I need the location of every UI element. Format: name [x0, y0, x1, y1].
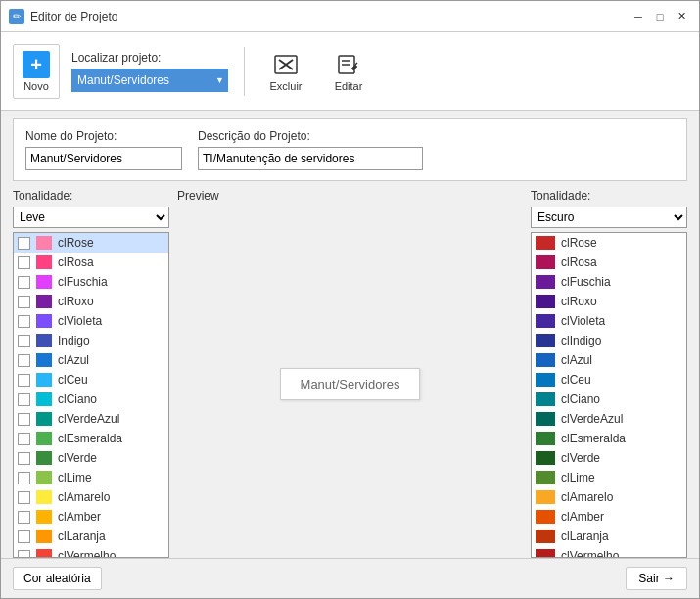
left-tonalidade-label: Tonalidade: [13, 189, 169, 203]
right-color-item[interactable]: clRose [532, 233, 686, 253]
right-color-item[interactable]: clRosa [532, 253, 686, 272]
color-checkbox[interactable] [18, 374, 30, 387]
right-color-item[interactable]: clLime [532, 468, 686, 487]
color-swatch [536, 275, 555, 289]
left-color-item[interactable]: clVerdeAzul [14, 409, 168, 429]
color-name: clAmber [58, 510, 101, 524]
color-checkbox[interactable] [18, 276, 30, 289]
left-color-item[interactable]: clLaranja [14, 527, 168, 546]
color-checkbox[interactable] [18, 354, 30, 367]
descricao-input[interactable] [198, 147, 423, 170]
close-button[interactable]: ✕ [672, 7, 691, 26]
color-name: clLaranja [561, 530, 609, 543]
color-checkbox[interactable] [18, 511, 30, 524]
right-tonalidade-select[interactable]: Leve Escuro [531, 207, 687, 228]
right-color-item[interactable]: clVerde [532, 448, 686, 468]
color-swatch [536, 549, 555, 558]
editar-label: Editar [335, 80, 363, 92]
left-color-item[interactable]: clCeu [14, 370, 168, 390]
color-swatch [36, 275, 52, 289]
color-swatch [536, 255, 555, 269]
excluir-icon [272, 51, 300, 78]
left-color-item[interactable]: clFuschia [14, 272, 168, 292]
right-color-list-container[interactable]: clRose clRosa clFuschia clRoxo clVioleta… [531, 232, 687, 558]
left-color-item[interactable]: clRoxo [14, 292, 168, 311]
color-swatch [36, 255, 52, 269]
right-color-item[interactable]: clIndigo [532, 331, 686, 350]
right-color-item[interactable]: clCeu [532, 370, 686, 390]
right-color-item[interactable]: clVerdeAzul [532, 409, 686, 429]
color-checkbox[interactable] [18, 315, 30, 328]
color-name: clVioleta [561, 314, 605, 328]
main-window: ✏ Editor de Projeto ─ □ ✕ + Novo Localiz… [0, 0, 700, 599]
color-name: clRoxo [58, 295, 94, 308]
left-color-item[interactable]: clEsmeralda [14, 429, 168, 448]
color-checkbox[interactable] [18, 472, 30, 484]
left-color-item[interactable]: clVermelho [14, 546, 168, 558]
color-name: Indigo [58, 334, 90, 347]
right-color-item[interactable]: clVioleta [532, 311, 686, 331]
color-checkbox[interactable] [18, 433, 30, 445]
color-name: clAmarelo [561, 490, 613, 504]
color-checkbox[interactable] [18, 237, 30, 250]
nome-field: Nome do Projeto: [25, 129, 182, 170]
minimize-button[interactable]: ─ [629, 7, 648, 26]
left-color-item[interactable]: Indigo [14, 331, 168, 350]
left-color-item[interactable]: clAmarelo [14, 487, 168, 507]
left-color-panel: Tonalidade: Leve Escuro clRose clRosa cl… [13, 189, 169, 558]
right-color-item[interactable]: clAmber [532, 507, 686, 527]
right-color-item[interactable]: clRoxo [532, 292, 686, 311]
color-checkbox[interactable] [18, 530, 30, 543]
left-color-list-container[interactable]: clRose clRosa clFuschia clRoxo clVioleta… [13, 232, 169, 558]
color-name: clAmber [561, 510, 604, 524]
color-checkbox[interactable] [18, 491, 30, 504]
descricao-field: Descrição do Projeto: [198, 129, 423, 170]
sair-button[interactable]: Sair → [626, 567, 687, 590]
color-checkbox[interactable] [18, 550, 30, 559]
excluir-button[interactable]: Excluir [260, 44, 311, 99]
left-color-item[interactable]: clRose [14, 233, 168, 253]
color-swatch [536, 530, 555, 543]
main-area: Tonalidade: Leve Escuro clRose clRosa cl… [1, 189, 699, 558]
left-color-item[interactable]: clVioleta [14, 311, 168, 331]
color-checkbox[interactable] [18, 393, 30, 406]
title-bar: ✏ Editor de Projeto ─ □ ✕ [1, 1, 699, 32]
left-tonalidade-select[interactable]: Leve Escuro [13, 207, 169, 228]
left-color-item[interactable]: clRosa [14, 253, 168, 272]
right-color-item[interactable]: clAmarelo [532, 487, 686, 507]
color-swatch [536, 412, 555, 426]
preview-label: Preview [177, 189, 219, 203]
color-name: clFuschia [561, 275, 611, 289]
left-color-item[interactable]: clCiano [14, 390, 168, 409]
right-color-item[interactable]: clVermelho [532, 546, 686, 558]
localizar-select[interactable]: Manut/Servidores [71, 69, 228, 92]
left-color-item[interactable]: clAmber [14, 507, 168, 527]
editar-button[interactable]: Editar [323, 44, 374, 99]
right-color-item[interactable]: clCiano [532, 390, 686, 409]
right-color-item[interactable]: clFuschia [532, 272, 686, 292]
color-swatch [36, 314, 52, 328]
excluir-label: Excluir [269, 80, 302, 92]
color-swatch [536, 236, 555, 250]
right-color-item[interactable]: clLaranja [532, 527, 686, 546]
color-checkbox[interactable] [18, 413, 30, 426]
right-color-item[interactable]: clAzul [532, 350, 686, 370]
left-color-item[interactable]: clAzul [14, 350, 168, 370]
color-swatch [536, 471, 555, 484]
nome-input[interactable] [25, 147, 182, 170]
cor-aleatoria-button[interactable]: Cor aleatória [13, 567, 102, 590]
color-swatch [36, 549, 52, 558]
preview-card: Manut/Servidores [280, 368, 421, 400]
color-checkbox[interactable] [18, 256, 30, 269]
right-color-item[interactable]: clEsmeralda [532, 429, 686, 448]
left-color-item[interactable]: clLime [14, 468, 168, 487]
color-name: clVerdeAzul [561, 412, 623, 426]
novo-icon: + [23, 51, 50, 78]
color-checkbox[interactable] [18, 452, 30, 465]
color-checkbox[interactable] [18, 296, 30, 308]
color-checkbox[interactable] [18, 335, 30, 347]
maximize-button[interactable]: □ [650, 7, 670, 26]
novo-button[interactable]: + Novo [13, 44, 60, 99]
color-name: clVermelho [58, 549, 116, 558]
left-color-item[interactable]: clVerde [14, 448, 168, 468]
